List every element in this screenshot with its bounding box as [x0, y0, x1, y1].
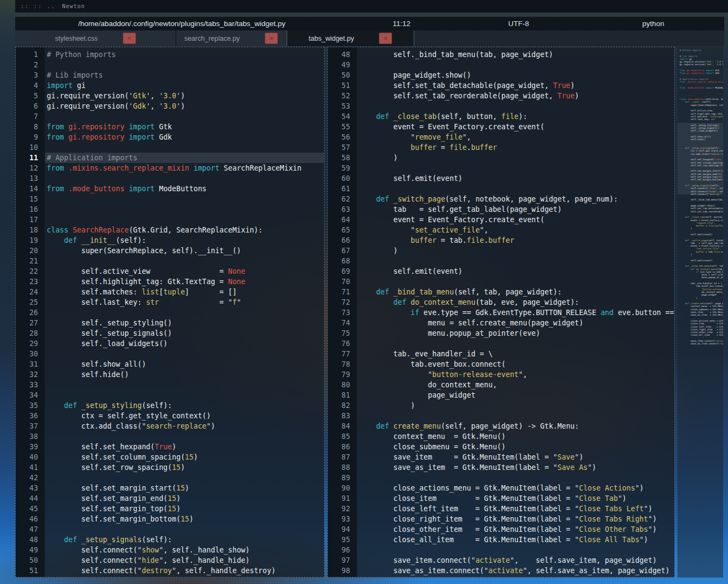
code-line: [45, 60, 324, 70]
line-number: 73: [328, 307, 350, 318]
code-line: [45, 173, 324, 184]
line-number: 56: [328, 132, 350, 142]
minimap-viewport[interactable]: [677, 123, 723, 194]
line-number: 80: [328, 380, 350, 390]
tab-close-button[interactable]: ×: [123, 33, 136, 44]
line-number: 48: [328, 49, 350, 60]
code-line: self.connect("show", self._handle_show): [45, 545, 324, 555]
code-line: save_as_item = Gtk.MenuItem(label = "Sav…: [357, 462, 674, 473]
code-line: from .mixins.search_replace_mixin import…: [45, 163, 324, 173]
code-line: context_menu = Gtk.Menu(): [357, 431, 674, 442]
tab-close-button[interactable]: ×: [265, 33, 278, 44]
tab-tabs-widget-py[interactable]: tabs_widget.py ×: [287, 30, 414, 46]
line-number: 5: [16, 91, 38, 101]
code-line: [357, 184, 674, 194]
line-number: 45: [16, 504, 38, 514]
line-number: 55: [328, 122, 350, 132]
code-line: self.connect("hide", self._handle_hide): [45, 555, 324, 566]
language-indicator[interactable]: python: [582, 20, 724, 28]
code-line: def create_menu(self, page_widget) -> Gt…: [357, 421, 674, 431]
line-number: 59: [328, 163, 350, 173]
line-number: 83: [328, 411, 350, 421]
line-number: 96: [328, 545, 350, 555]
line-number: 90: [328, 483, 350, 493]
line-number: 79: [328, 369, 350, 380]
line-number: 33: [16, 380, 38, 390]
code-line: def _switch_page(self, notebook, page_wi…: [357, 194, 674, 204]
line-number: 38: [16, 431, 38, 442]
line-number: 7: [16, 111, 38, 122]
line-number: 12: [16, 163, 38, 173]
minimap[interactable]: # Python imports # Lib importsimport gig…: [677, 47, 723, 577]
line-number: 50: [328, 70, 350, 80]
line-number: 63: [328, 204, 350, 215]
code-line: ctx = self.get_style_context(): [45, 411, 324, 421]
line-number: 29: [16, 338, 38, 349]
code-line: close_left_item = Gtk.MenuItem(label = "…: [357, 504, 674, 514]
code-line: page_widget.show(): [357, 70, 674, 80]
code-line: save_as_item.connect("activate", self.sa…: [357, 566, 674, 576]
editor-pane-left[interactable]: 1234567891011121314151617181920212223242…: [15, 47, 325, 577]
code-area[interactable]: self._bind_tab_menu(tab, page_widget) pa…: [357, 47, 674, 577]
code-line: [45, 215, 324, 225]
code-line: do_context_menu,: [357, 380, 674, 390]
tab-bar-empty-space: [414, 30, 724, 46]
line-number: 82: [328, 400, 350, 411]
code-line: self.show_all(): [45, 359, 324, 369]
line-number: 25: [16, 297, 38, 307]
code-line: "remove_file",: [357, 132, 674, 142]
line-number: 60: [328, 173, 350, 184]
line-number: 43: [16, 483, 38, 493]
code-line: [45, 349, 324, 359]
code-line: [45, 524, 324, 535]
tab-close-button[interactable]: ×: [379, 33, 392, 44]
line-number: 91: [328, 493, 350, 504]
file-path: /home/abaddon/.config/newton/plugins/tab…: [15, 20, 349, 28]
code-line: close_right_item = Gtk.MenuItem(label = …: [357, 514, 674, 524]
window-controls-icon[interactable]: :: :: ..: [21, 3, 55, 9]
line-number: 87: [328, 452, 350, 462]
line-number: 81: [328, 390, 350, 400]
window-titlebar[interactable]: :: :: .. Newton: [15, 0, 728, 12]
window-title: Newton: [62, 3, 85, 9]
editor-pane-right[interactable]: 4849505152535455565758596061626364656667…: [327, 47, 675, 577]
line-number: 32: [16, 369, 38, 380]
line-number: 88: [328, 462, 350, 473]
line-number: 49: [16, 545, 38, 555]
code-line: [45, 473, 324, 483]
encoding-indicator[interactable]: UTF-8: [455, 20, 582, 28]
code-line: ): [357, 153, 674, 163]
tab-stylesheet-css[interactable]: stylesheet.css ×: [15, 30, 176, 46]
line-number: 68: [328, 256, 350, 266]
code-line: def do_context_menu(tab, eve, page_widge…: [357, 297, 674, 307]
tab-search-replace-py[interactable]: search_replace.py ×: [176, 30, 287, 46]
code-line: def _close_tab(self, button, file):: [357, 111, 674, 122]
line-number: 46: [16, 514, 38, 524]
code-line: [357, 338, 674, 349]
code-area[interactable]: # Python imports # Lib importsimport gig…: [45, 47, 324, 577]
code-line: super(SearchReplace, self).__init__(): [45, 246, 324, 256]
code-line: from .mode_buttons import ModeButtons: [45, 184, 324, 194]
code-line: if eve.type == Gdk.EventType.BUTTON_RELE…: [357, 307, 674, 318]
line-number: 9: [16, 132, 38, 142]
desktop: :: :: .. Newton /home/abaddon/.config/ne…: [0, 0, 728, 584]
code-line: buffer = file.buffer: [357, 142, 674, 153]
line-number: 15: [16, 194, 38, 204]
code-line: self.set_column_spacing(15): [45, 452, 324, 462]
line-number: 35: [16, 400, 38, 411]
line-number: 48: [16, 535, 38, 545]
code-line: self.highlight_tag: Gtk.TextTag = None: [45, 277, 324, 287]
line-number: 75: [328, 328, 350, 338]
line-number: 42: [16, 473, 38, 483]
code-line: ): [357, 400, 674, 411]
code-line: [357, 60, 674, 70]
line-number: 77: [328, 349, 350, 359]
code-line: close_other_item = Gtk.MenuItem(label = …: [357, 524, 674, 535]
code-line: [45, 390, 324, 400]
code-line: self.matches: list[tuple] = []: [45, 287, 324, 297]
line-number: 3: [16, 70, 38, 80]
code-line: [45, 307, 324, 318]
code-line: close_actions_menu = Gtk.MenuItem(label …: [357, 483, 674, 493]
line-number: 86: [328, 442, 350, 452]
line-number: 40: [16, 452, 38, 462]
